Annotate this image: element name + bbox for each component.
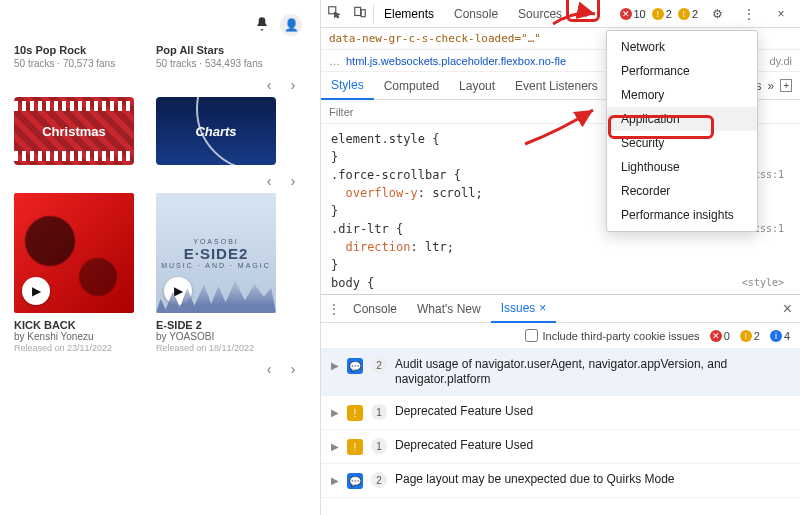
- breadcrumb-link[interactable]: html.js.websockets.placeholder.flexbox.n…: [346, 55, 566, 67]
- issue-row[interactable]: ▶ ! 1 Deprecated Feature Used: [321, 430, 800, 464]
- issue-text: Audit usage of navigator.userAgent, navi…: [395, 357, 790, 387]
- art-small-text: MUSIC · AND · MAGIC: [161, 262, 271, 269]
- filter-info-badge[interactable]: i4: [770, 330, 790, 342]
- drawer-tab-console[interactable]: Console: [343, 295, 407, 323]
- close-icon[interactable]: ×: [768, 7, 794, 21]
- tab-console[interactable]: Console: [444, 0, 508, 28]
- issues-badge[interactable]: !2: [678, 8, 698, 20]
- tab-sources[interactable]: Sources: [508, 0, 572, 28]
- error-badge[interactable]: ✕10: [620, 8, 646, 20]
- menu-application[interactable]: Application: [607, 107, 757, 131]
- devtools-toolbar: Elements Console Sources » ✕10 !2 !2 ⚙ ⋮…: [321, 0, 800, 28]
- section-sub: 50 tracks · 534,493 fans: [156, 58, 276, 69]
- card-date: Released on 23/11/2022: [14, 343, 134, 353]
- issue-count: 2: [371, 357, 387, 373]
- breadcrumb-tail: dy.di: [770, 55, 792, 67]
- issue-count: 1: [371, 404, 387, 420]
- subtab-styles[interactable]: Styles: [321, 72, 374, 100]
- chevron-right-icon[interactable]: ›: [286, 173, 300, 189]
- tabs-more-button[interactable]: »: [572, 0, 599, 28]
- svg-rect-1: [355, 7, 361, 15]
- album-card[interactable]: ▶ KICK BACK by Kenshi Yonezu Released on…: [14, 193, 134, 353]
- bell-icon[interactable]: [254, 16, 270, 35]
- art-small-text: YOASOBI: [193, 238, 239, 245]
- play-icon[interactable]: ▶: [164, 277, 192, 305]
- close-icon[interactable]: ×: [539, 301, 546, 315]
- third-party-checkbox[interactable]: Include third-party cookie issues: [525, 329, 699, 342]
- avatar[interactable]: 👤: [280, 14, 302, 36]
- device-icon[interactable]: [347, 5, 373, 22]
- section-title[interactable]: 10s Pop Rock: [14, 44, 134, 56]
- menu-recorder[interactable]: Recorder: [607, 179, 757, 203]
- art-big-text: E·SIDE2: [184, 245, 249, 262]
- issue-text: Deprecated Feature Used: [395, 438, 790, 453]
- source-link[interactable]: css:1: [754, 166, 784, 184]
- card-artist: by YOASOBI: [156, 331, 276, 342]
- warning-icon: !: [347, 439, 363, 455]
- card-title: E-SIDE 2: [156, 319, 276, 331]
- breadcrumb-prev[interactable]: …: [329, 55, 340, 67]
- expand-icon[interactable]: ▶: [331, 360, 339, 371]
- section-title[interactable]: Pop All Stars: [156, 44, 276, 56]
- music-app-content: 👤 10s Pop Rock 50 tracks · 70,573 fans P…: [0, 0, 320, 515]
- drawer-tab-issues[interactable]: Issues×: [491, 295, 557, 323]
- info-icon: 💬: [347, 473, 363, 489]
- expand-icon[interactable]: ▶: [331, 407, 339, 418]
- card-date: Released on 18/11/2022: [156, 343, 276, 353]
- menu-security[interactable]: Security: [607, 131, 757, 155]
- devtools-panel: Elements Console Sources » ✕10 !2 !2 ⚙ ⋮…: [320, 0, 800, 515]
- new-rule-icon[interactable]: +: [780, 79, 792, 92]
- tabs-overflow-menu: Network Performance Memory Application S…: [606, 30, 758, 232]
- tab-elements[interactable]: Elements: [374, 0, 444, 28]
- issues-list: ▶ 💬 2 Audit usage of navigator.userAgent…: [321, 349, 800, 515]
- source-link[interactable]: css:1: [754, 220, 784, 238]
- chevron-right-icon[interactable]: ›: [286, 361, 300, 377]
- card-artist: by Kenshi Yonezu: [14, 331, 134, 342]
- issue-text: Page layout may be unexpected due to Qui…: [395, 472, 790, 487]
- chevron-left-icon[interactable]: ‹: [262, 77, 276, 93]
- section-sub: 50 tracks · 70,573 fans: [14, 58, 134, 69]
- drawer-close-icon[interactable]: ×: [783, 300, 800, 318]
- issue-row[interactable]: ▶ ! 1 Deprecated Feature Used: [321, 396, 800, 430]
- svg-rect-2: [361, 10, 365, 17]
- source-link[interactable]: <style>: [742, 274, 784, 292]
- issue-row[interactable]: ▶ 💬 2 Page layout may be unexpected due …: [321, 464, 800, 498]
- chevron-right-icon[interactable]: ›: [286, 77, 300, 93]
- menu-network[interactable]: Network: [607, 35, 757, 59]
- drawer-kebab-icon[interactable]: ⋮: [325, 302, 343, 316]
- subtab-layout[interactable]: Layout: [449, 72, 505, 100]
- filter-err-badge[interactable]: ✕0: [710, 330, 730, 342]
- card-title: KICK BACK: [14, 319, 134, 331]
- chevron-left-icon[interactable]: ‹: [262, 361, 276, 377]
- menu-memory[interactable]: Memory: [607, 83, 757, 107]
- info-icon: 💬: [347, 358, 363, 374]
- warning-badge[interactable]: !2: [652, 8, 672, 20]
- warning-icon: !: [347, 405, 363, 421]
- menu-performance-insights[interactable]: Performance insights: [607, 203, 757, 227]
- issue-count: 1: [371, 438, 387, 454]
- tile-charts[interactable]: Charts: [156, 97, 276, 165]
- subtab-computed[interactable]: Computed: [374, 72, 449, 100]
- kebab-icon[interactable]: ⋮: [736, 7, 762, 21]
- chevron-left-icon[interactable]: ‹: [262, 173, 276, 189]
- menu-performance[interactable]: Performance: [607, 59, 757, 83]
- tile-label: Charts: [195, 124, 236, 139]
- play-icon[interactable]: ▶: [22, 277, 50, 305]
- tile-christmas[interactable]: Christmas: [14, 97, 134, 165]
- inspect-icon[interactable]: [321, 5, 347, 22]
- chevron-double-right-icon[interactable]: »: [767, 79, 774, 93]
- expand-icon[interactable]: ▶: [331, 475, 339, 486]
- issue-count: 2: [371, 472, 387, 488]
- album-card[interactable]: YOASOBI E·SIDE2 MUSIC · AND · MAGIC ▶ E-…: [156, 193, 276, 353]
- issue-text: Deprecated Feature Used: [395, 404, 790, 419]
- drawer-panel: ⋮ Console What's New Issues× × Include t…: [321, 294, 800, 515]
- tile-label: Christmas: [42, 124, 106, 139]
- expand-icon[interactable]: ▶: [331, 441, 339, 452]
- drawer-tab-whatsnew[interactable]: What's New: [407, 295, 491, 323]
- menu-lighthouse[interactable]: Lighthouse: [607, 155, 757, 179]
- filter-warn-badge[interactable]: !2: [740, 330, 760, 342]
- gear-icon[interactable]: ⚙: [704, 7, 730, 21]
- issue-row[interactable]: ▶ 💬 2 Audit usage of navigator.userAgent…: [321, 349, 800, 396]
- subtab-event-listeners[interactable]: Event Listeners: [505, 72, 608, 100]
- chevron-double-right-icon: »: [582, 7, 589, 21]
